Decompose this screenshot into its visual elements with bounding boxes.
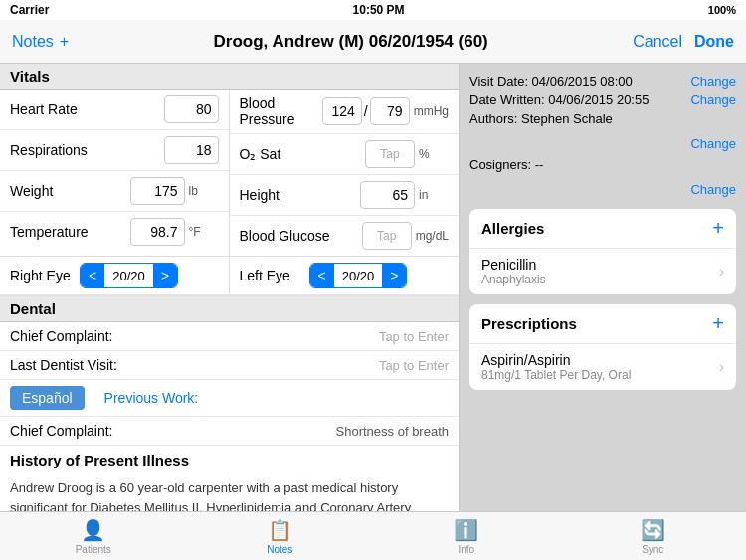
allergies-card: Allergies + Penicillin Anaphylaxis › [469, 209, 736, 294]
heart-rate-row: Heart Rate [0, 90, 229, 130]
battery-label: 100% [708, 4, 736, 16]
allergy-detail: Anaphylaxis [481, 273, 719, 286]
temperature-input[interactable] [130, 218, 185, 246]
right-eye-row: Right Eye < 20/20 > [0, 257, 230, 295]
temperature-row: Temperature °F [0, 212, 229, 252]
prescriptions-add-button[interactable]: + [712, 312, 724, 335]
bp-systolic-input[interactable] [322, 97, 362, 125]
allergies-card-header: Allergies + [469, 209, 736, 249]
weight-label: Weight [10, 183, 130, 199]
respirations-input[interactable] [164, 136, 219, 164]
o2-input[interactable]: Tap [365, 140, 415, 168]
date-written-change-button[interactable]: Change [690, 93, 736, 107]
main-complaint-value: Shortness of breath [336, 424, 449, 439]
left-eye-row: Left Eye < 20/20 > [230, 257, 460, 295]
vitals-left-col: Heart Rate Respirations Weight lb Temper… [0, 90, 230, 256]
vitals-section-header: Vitals [0, 64, 459, 90]
allergy-item-penicillin[interactable]: Penicillin Anaphylaxis › [469, 249, 736, 294]
temperature-label: Temperature [10, 224, 130, 240]
last-dentist-input[interactable]: Tap to Enter [379, 358, 449, 373]
cosigners-row: Cosigners: -- [469, 157, 736, 172]
prescriptions-card-header: Prescriptions + [469, 304, 736, 344]
allergy-chevron-icon: › [719, 263, 724, 280]
info-icon: ℹ️ [454, 518, 478, 542]
cosigners-change-button[interactable]: Change [690, 182, 736, 197]
info-label: Info [458, 544, 474, 555]
visit-info: Visit Date: 04/06/2015 08:00 Change Date… [469, 74, 736, 209]
tab-bar: 👤 Patients 📋 Notes ℹ️ Info 🔄 Sync [0, 511, 746, 560]
bp-diastolic-input[interactable] [370, 97, 410, 125]
sync-icon: 🔄 [641, 518, 665, 542]
allergy-name: Penicillin [481, 257, 719, 273]
blood-glucose-unit: mg/dL [416, 229, 449, 243]
date-written-row: Date Written: 04/06/2015 20:55 Change [469, 93, 736, 107]
status-bar: Carrier 10:50 PM 100% [0, 0, 746, 20]
height-unit: in [419, 188, 449, 202]
right-panel: Visit Date: 04/06/2015 08:00 Change Date… [460, 64, 746, 511]
previous-work-tab[interactable]: Previous Work: [93, 386, 211, 410]
notes-label: Notes [12, 33, 54, 51]
history-header: History of Present Illness [0, 446, 459, 474]
prescription-name: Aspirin/Aspirin [481, 352, 719, 368]
nav-bar: Notes + Droog, Andrew (M) 06/20/1954 (60… [0, 20, 746, 64]
history-text: Andrew Droog is a 60 year-old carpenter … [0, 474, 459, 511]
nav-right: Cancel Done [633, 33, 734, 51]
height-input[interactable] [360, 181, 415, 209]
heart-rate-input[interactable] [164, 95, 219, 123]
right-eye-increase-button[interactable]: > [153, 264, 177, 287]
o2-label: O₂ Sat [240, 146, 366, 162]
allergies-add-button[interactable]: + [712, 217, 724, 240]
last-dentist-row: Last Dentist Visit: Tap to Enter [0, 351, 459, 380]
o2-row: O₂ Sat Tap % [230, 134, 460, 175]
left-eye-stepper: < 20/20 > [309, 263, 408, 288]
main-complaint-row: Chief Complaint: Shortness of breath [0, 417, 459, 446]
blood-glucose-label: Blood Glucose [240, 228, 362, 244]
height-row: Height in [230, 175, 460, 216]
nav-left: Notes + [12, 33, 69, 51]
done-button[interactable]: Done [694, 33, 734, 51]
left-eye-increase-button[interactable]: > [382, 264, 406, 287]
chief-complaint-dental-label: Chief Complaint: [10, 328, 379, 344]
heart-rate-label: Heart Rate [10, 101, 164, 117]
visit-date-change-button[interactable]: Change [690, 74, 736, 89]
sync-label: Sync [642, 544, 663, 555]
main-content: Vitals Heart Rate Respirations Weight lb [0, 64, 746, 511]
left-panel: Vitals Heart Rate Respirations Weight lb [0, 64, 460, 511]
espanol-tab[interactable]: Español [10, 386, 85, 410]
notes-icon: 📋 [268, 518, 292, 542]
right-eye-stepper: < 20/20 > [80, 263, 178, 288]
prescription-detail: 81mg/1 Tablet Per Day, Oral [481, 368, 719, 382]
dental-section-header: Dental [0, 296, 459, 322]
height-label: Height [240, 187, 361, 203]
tab-info[interactable]: ℹ️ Info [373, 518, 560, 555]
weight-input[interactable] [130, 177, 185, 205]
chief-complaint-dental-row: Chief Complaint: Tap to Enter [0, 322, 459, 351]
add-note-button[interactable]: + [60, 33, 69, 51]
blood-pressure-row: Blood Pressure / mmHg [230, 90, 460, 134]
weight-unit: lb [189, 184, 219, 198]
language-tab-row: Español Previous Work: [0, 380, 459, 417]
tab-patients[interactable]: 👤 Patients [0, 518, 187, 555]
respirations-row: Respirations [0, 130, 229, 171]
allergies-title: Allergies [481, 220, 544, 237]
blood-glucose-input[interactable]: Tap [362, 222, 412, 250]
nav-title: Droog, Andrew (M) 06/20/1954 (60) [214, 32, 488, 52]
right-eye-decrease-button[interactable]: < [81, 264, 104, 287]
patients-label: Patients [76, 544, 111, 555]
respirations-label: Respirations [10, 142, 164, 158]
carrier-label: Carrier [10, 3, 49, 17]
chief-complaint-dental-input[interactable]: Tap to Enter [379, 329, 449, 344]
prescription-item-aspirin[interactable]: Aspirin/Aspirin 81mg/1 Tablet Per Day, O… [469, 344, 736, 390]
cancel-button[interactable]: Cancel [633, 33, 682, 51]
right-eye-value: 20/20 [104, 265, 153, 287]
cosigners-change-row: Change [469, 182, 736, 197]
tab-sync[interactable]: 🔄 Sync [560, 518, 747, 555]
visit-date-label: Visit Date: 04/06/2015 08:00 [469, 74, 633, 89]
last-dentist-label: Last Dentist Visit: [10, 357, 379, 373]
authors-change-button[interactable]: Change [690, 136, 736, 151]
right-eye-label: Right Eye [10, 268, 80, 283]
bp-unit: mmHg [414, 104, 449, 118]
left-eye-decrease-button[interactable]: < [310, 264, 334, 287]
vitals-right-col: Blood Pressure / mmHg O₂ Sat Tap % Heigh… [230, 90, 460, 256]
tab-notes[interactable]: 📋 Notes [187, 518, 374, 555]
